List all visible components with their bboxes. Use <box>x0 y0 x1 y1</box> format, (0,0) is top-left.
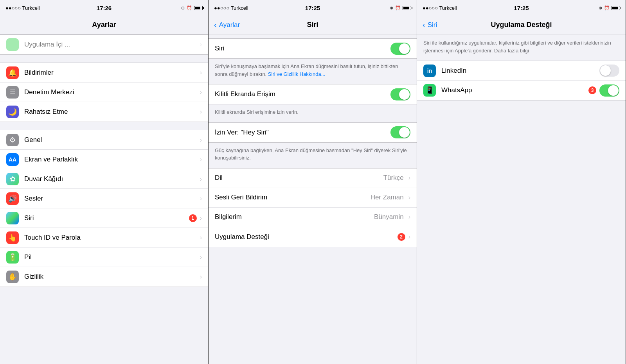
list-item-touchid[interactable]: 👆 Touch ID ve Parola › <box>0 228 208 247</box>
chevron-pil: › <box>200 254 202 261</box>
value-dil: Türkçe <box>383 174 404 182</box>
kilitli-row[interactable]: Kilitli Ekranda Erişim <box>209 84 417 104</box>
row-right-denetim: › <box>200 89 202 96</box>
chevron-siri: › <box>200 215 202 222</box>
label-ekran: Ekran ve Parlaklık <box>24 156 200 163</box>
bottom-space-1 <box>0 287 208 303</box>
nav-title-1: Ayarlar <box>92 21 116 29</box>
screen-ayarlar: ●●○○○ Turkcell 17:26 ⊕ ⏰ Ayarlar Uygulam… <box>0 0 209 364</box>
icon-denetim: ☰ <box>6 86 19 99</box>
chevron-bilgilerim: › <box>408 213 410 221</box>
chevron-bildirimler: › <box>200 69 202 76</box>
nav-title-2: Siri <box>307 21 318 29</box>
label-siri: Siri <box>24 214 189 222</box>
label-siri-toggle: Siri <box>215 45 390 52</box>
carrier-1: ●●○○○ Turkcell <box>5 5 40 11</box>
chevron-rahatsiz: › <box>200 108 202 115</box>
label-touchid: Touch ID ve Parola <box>24 234 200 242</box>
battery-icon-1 <box>194 6 203 10</box>
back-button-2[interactable]: ‹ Ayarlar <box>214 20 240 29</box>
bottom-space-3 <box>417 100 626 116</box>
hey-siri-desc-text: Güç kaynağına bağlıyken, Ana Ekran düğme… <box>215 147 407 161</box>
back-button-3[interactable]: ‹ Siri <box>423 20 437 29</box>
siri-list[interactable]: Siri Siri'yle konuşmaya başlamak için An… <box>209 34 417 364</box>
toggle-hey-siri[interactable] <box>390 126 410 138</box>
row-right-touchid: › <box>200 234 202 241</box>
label-whatsapp: WhatsApp <box>441 86 587 94</box>
row-right-duvar: › <box>200 176 202 183</box>
label-hey-siri: İzin Ver: "Hey Siri" <box>215 129 390 136</box>
icon-ekran: AA <box>6 153 19 166</box>
icon-sesler: 🔊 <box>6 192 19 205</box>
toggle-linkedin[interactable] <box>599 65 619 77</box>
list-item-genel[interactable]: ⚙ Genel › <box>0 130 208 150</box>
partial-row[interactable]: Uygulama İçi ... › <box>0 35 208 54</box>
label-sesli: Sesli Geri Bildirim <box>215 194 371 201</box>
dil-row[interactable]: Dil Türkçe › <box>209 169 417 188</box>
uygulama-list[interactable]: Siri ile kullandığınız uygulamalar, kişi… <box>417 34 626 364</box>
ayarlar-list[interactable]: Uygulama İçi ... › 🔔 Bildirimler › ☰ Den… <box>0 34 208 364</box>
list-item-bildirimler[interactable]: 🔔 Bildirimler › <box>0 63 208 82</box>
toggle-whatsapp[interactable] <box>599 84 619 97</box>
bilgilerim-row[interactable]: Bilgilerim Bünyamin › <box>209 208 417 227</box>
row-right-genel: › <box>200 136 202 143</box>
app-desc-link[interactable]: Daha fazla bilgi <box>494 48 529 54</box>
section-settings: ⚙ Genel › AA Ekran ve Parlaklık › ✿ <box>0 130 208 287</box>
row-right-uygulama: 2 › <box>398 233 410 241</box>
label-linkedin: LinkedIn <box>441 67 599 75</box>
label-kilitli: Kilitli Ekranda Erişim <box>215 90 390 98</box>
hey-siri-desc: Güç kaynağına bağlıyken, Ana Ekran düğme… <box>209 143 417 168</box>
app-support-description: Siri ile kullandığınız uygulamalar, kişi… <box>417 34 626 61</box>
chevron-sesler: › <box>200 195 202 202</box>
value-sesli: Her Zaman <box>371 194 404 201</box>
list-item-ekran[interactable]: AA Ekran ve Parlaklık › <box>0 150 208 169</box>
label-duvar: Duvar Kâğıdı <box>24 175 200 183</box>
list-item-duvar[interactable]: ✿ Duvar Kâğıdı › <box>0 169 208 189</box>
screen-siri: ●●○○○ Turkcell 17:25 ⊕ ⏰ ‹ Ayarlar Siri … <box>209 0 417 364</box>
siri-link[interactable]: Siri ve Gizlilik Hakkında... <box>268 71 326 77</box>
label-gizlilik: Gizlilik <box>24 273 200 281</box>
time-3: 17:25 <box>514 5 529 11</box>
status-icons-1: ⊕ ⏰ <box>181 5 203 11</box>
hey-siri-section: İzin Ver: "Hey Siri" <box>209 122 417 143</box>
list-item-rahatsiz[interactable]: 🌙 Rahatsız Etme › <box>0 102 208 122</box>
nav-bar-3: ‹ Siri Uygulama Desteği <box>417 16 626 34</box>
list-item-siri[interactable]: Siri 1 › <box>0 208 208 228</box>
status-bar-2: ●●○○○ Turkcell 17:25 ⊕ ⏰ <box>209 0 417 16</box>
status-icons-2: ⊕ ⏰ <box>390 5 411 11</box>
sesli-row[interactable]: Sesli Geri Bildirim Her Zaman › <box>209 188 417 208</box>
hey-siri-row[interactable]: İzin Ver: "Hey Siri" <box>209 123 417 142</box>
linkedin-row[interactable]: in LinkedIn <box>417 61 626 81</box>
kilitli-section: Kilitli Ekranda Erişim <box>209 84 417 104</box>
status-icons-3: ⊕ ⏰ <box>599 5 620 11</box>
list-item-sesler[interactable]: 🔊 Sesler › <box>0 189 208 208</box>
label-pil: Pil <box>24 253 200 261</box>
nav-bar-1: Ayarlar <box>0 16 208 34</box>
gps-icon-3: ⊕ <box>599 5 602 11</box>
list-item-pil[interactable]: 🔋 Pil › <box>0 247 208 267</box>
chevron-ekran: › <box>200 156 202 163</box>
badge-uygulama: 2 <box>398 233 405 241</box>
list-item-gizlilik[interactable]: ✋ Gizlilik › <box>0 267 208 287</box>
apps-section: in LinkedIn 📱 WhatsApp 3 <box>417 61 626 100</box>
label-bilgilerim: Bilgilerim <box>215 213 374 221</box>
badge-siri: 1 <box>189 214 197 222</box>
label-dil: Dil <box>215 174 383 182</box>
kilitli-desc-text: Kilitli ekranda Siri erişimine izin veri… <box>215 109 299 115</box>
carrier-2: ●●○○○ Turkcell <box>214 5 248 11</box>
icon-linkedin: in <box>423 65 436 77</box>
back-label-2: Ayarlar <box>219 21 240 29</box>
icon-whatsapp: 📱 <box>423 84 436 97</box>
chevron-uygulama: › <box>408 233 410 240</box>
alarm-icon-3: ⏰ <box>604 5 610 11</box>
row-right-bilgilerim: Bünyamin › <box>374 213 410 221</box>
label-denetim: Denetim Merkezi <box>24 88 200 96</box>
uygulama-row[interactable]: Uygulama Desteği 2 › <box>209 227 417 247</box>
status-bar-1: ●●○○○ Turkcell 17:26 ⊕ ⏰ <box>0 0 208 16</box>
carrier-3: ●●○○○ Turkcell <box>423 5 457 11</box>
toggle-kilitli[interactable] <box>390 88 410 100</box>
siri-toggle-row[interactable]: Siri <box>209 39 417 58</box>
whatsapp-row[interactable]: 📱 WhatsApp 3 <box>417 81 626 100</box>
toggle-siri[interactable] <box>390 43 410 55</box>
list-item-denetim[interactable]: ☰ Denetim Merkezi › <box>0 82 208 102</box>
